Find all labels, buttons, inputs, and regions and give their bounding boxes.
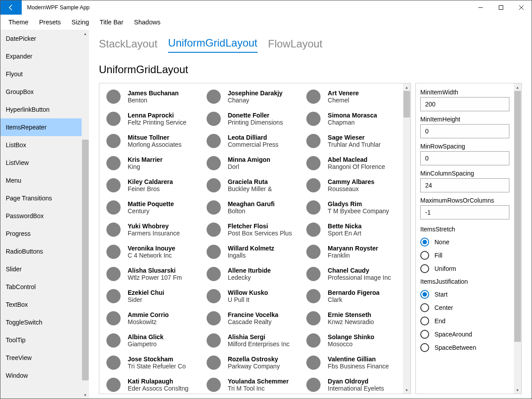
sidebar-item-textbox[interactable]: TextBox xyxy=(0,296,82,313)
sidebar-item-itemsrepeater[interactable]: ItemsRepeater xyxy=(0,118,82,136)
menu-item-title-bar[interactable]: Title Bar xyxy=(94,16,129,28)
person-item[interactable]: Jose StockhamTri State Refueler Co xyxy=(106,355,196,371)
person-item[interactable]: Cammy AlbaresRousseaux xyxy=(306,177,396,193)
sidebar-item-expander[interactable]: Expander xyxy=(0,47,82,65)
scroll-thumb[interactable] xyxy=(82,140,89,380)
scroll-down-icon[interactable]: ▾ xyxy=(82,391,89,399)
person-item[interactable]: Valentine GillianFbs Business Finance xyxy=(306,355,396,371)
sidebar-item-tabcontrol[interactable]: TabControl xyxy=(0,278,82,296)
tab-stacklayout[interactable]: StackLayout xyxy=(99,38,157,53)
sidebar-item-datepicker[interactable]: DatePicker xyxy=(0,30,82,47)
person-item[interactable]: Rozella OstroskyParkway Company xyxy=(207,355,296,371)
person-item[interactable]: Yuki WhobreyFarmers Insurance xyxy=(106,222,196,238)
person-item[interactable]: Allene IturbideLedecky xyxy=(207,266,296,282)
person-item[interactable]: Youlanda SchemmerTri M Tool Inc xyxy=(207,377,296,393)
person-item[interactable]: Ammie CorrioMoskowitz xyxy=(106,310,196,326)
sidebar-item-hyperlinkbutton[interactable]: HyperlinkButton xyxy=(0,101,82,118)
sidebar-item-treeview[interactable]: TreeView xyxy=(0,349,82,367)
person-item[interactable]: Kiley CaldareraFeiner Bros xyxy=(106,177,196,193)
scroll-up-icon[interactable]: ▴ xyxy=(82,30,89,37)
person-item[interactable]: Albina GlickGiampetro xyxy=(106,332,196,348)
person-item[interactable]: Francine VocelkaCascade Realty xyxy=(207,310,296,326)
sidebar-item-page-transitions[interactable]: Page Transitions xyxy=(0,189,82,207)
field-input-minrowspacing[interactable] xyxy=(420,151,509,165)
sidebar-item-toggleswitch[interactable]: ToggleSwitch xyxy=(0,313,82,331)
person-item[interactable]: Leota DilliardCommercial Press xyxy=(207,133,296,149)
radio-itemsjustification-center[interactable]: Center xyxy=(420,301,509,314)
person-item[interactable]: Donette FollerPrinting Dimensions xyxy=(207,111,296,127)
radio-itemsjustification-end[interactable]: End xyxy=(420,314,509,328)
person-item[interactable]: Kris MarrierKing xyxy=(106,155,196,171)
person-item[interactable]: Mattie PoquetteCentury xyxy=(106,200,196,215)
person-item[interactable]: Mitsue TollnerMorlong Associates xyxy=(106,133,196,149)
field-input-minitemwidth[interactable] xyxy=(420,97,509,111)
person-item[interactable]: Graciela RutaBuckley Miller & xyxy=(207,177,296,193)
person-item[interactable]: James BuchananBenton xyxy=(106,89,196,105)
minimize-button[interactable] xyxy=(470,0,491,15)
sidebar-item-tooltip[interactable]: ToolTip xyxy=(0,331,82,349)
sidebar-scrollbar[interactable]: ▴ ▾ xyxy=(82,30,89,399)
person-item[interactable]: Dyan OldroydInternational Eyelets xyxy=(306,377,396,393)
scroll-thumb[interactable] xyxy=(514,91,521,342)
person-item[interactable]: Ezekiel ChuiSider xyxy=(106,288,196,304)
close-button[interactable] xyxy=(511,0,532,15)
radio-itemsstretch-none[interactable]: None xyxy=(420,235,509,249)
field-input-maximumrowsorcolumns[interactable] xyxy=(420,205,509,219)
scroll-up-icon[interactable]: ▴ xyxy=(403,83,411,91)
sidebar-item-progress[interactable]: Progress xyxy=(0,225,82,243)
person-item[interactable]: Alishia SergiMilford Enterprises Inc xyxy=(207,332,296,348)
person-item[interactable]: Bernardo FigeroaClark xyxy=(306,288,396,304)
person-item[interactable]: Art VenereChemel xyxy=(306,89,396,105)
person-item[interactable]: Meaghan GarufiBolton xyxy=(207,200,296,215)
radio-itemsjustification-start[interactable]: Start xyxy=(420,288,509,301)
person-item[interactable]: Bette NickaSport En Art xyxy=(306,222,396,238)
person-item[interactable]: Chanel CaudyProfessional Image Inc xyxy=(306,266,396,282)
person-item[interactable]: Sage WieserTruhlar And Truhlar xyxy=(306,133,396,149)
tab-flowlayout[interactable]: FlowLayout xyxy=(268,38,323,53)
items-scrollbar[interactable]: ▴ ▾ xyxy=(403,83,411,394)
person-item[interactable]: Simona MorascaChapman xyxy=(306,111,396,127)
scroll-track[interactable] xyxy=(403,91,411,386)
maximize-button[interactable] xyxy=(491,0,511,15)
sidebar-item-menu[interactable]: Menu xyxy=(0,172,82,189)
scroll-track[interactable] xyxy=(82,37,89,391)
person-item[interactable]: Gladys RimT M Byxbee Company xyxy=(306,200,396,215)
radio-itemsjustification-spacearound[interactable]: SpaceAround xyxy=(420,328,509,341)
scroll-down-icon[interactable]: ▾ xyxy=(403,386,411,394)
person-item[interactable]: Willow KuskoU Pull It xyxy=(207,288,296,304)
field-input-mincolumnspacing[interactable] xyxy=(420,178,509,192)
radio-itemsstretch-fill[interactable]: Fill xyxy=(420,249,509,262)
sidebar-item-listbox[interactable]: ListBox xyxy=(0,136,82,154)
sidebar-item-window[interactable]: Window xyxy=(0,367,82,384)
properties-scrollbar[interactable]: ▴ ▾ xyxy=(514,83,521,394)
menu-item-presets[interactable]: Presets xyxy=(34,16,66,28)
scroll-track[interactable] xyxy=(514,91,521,386)
person-item[interactable]: Abel MacleadRangoni Of Florence xyxy=(306,155,396,171)
sidebar-item-slider[interactable]: Slider xyxy=(0,260,82,278)
person-item[interactable]: Josephine DarakjyChanay xyxy=(207,89,296,105)
back-button[interactable] xyxy=(0,0,22,15)
sidebar-item-groupbox[interactable]: GroupBox xyxy=(0,83,82,101)
sidebar-item-listview[interactable]: ListView xyxy=(0,154,82,172)
scroll-up-icon[interactable]: ▴ xyxy=(514,83,521,91)
sidebar-item-passwordbox[interactable]: PasswordBox xyxy=(0,207,82,225)
person-item[interactable]: Ernie StensethKnwz Newsradio xyxy=(306,310,396,326)
radio-itemsjustification-spacebetween[interactable]: SpaceBetween xyxy=(420,341,509,354)
scroll-thumb[interactable] xyxy=(403,91,410,117)
items-viewport[interactable]: James BuchananBentonJosephine DarakjyCha… xyxy=(99,83,403,394)
sidebar-item-radiobuttons[interactable]: RadioButtons xyxy=(0,243,82,260)
person-item[interactable]: Maryann RoysterFranklin xyxy=(306,244,396,260)
tab-uniformgridlayout[interactable]: UniformGridLayout xyxy=(168,37,257,53)
person-item[interactable]: Veronika InouyeC 4 Network Inc xyxy=(106,244,196,260)
sidebar-item-flyout[interactable]: Flyout xyxy=(0,65,82,83)
radio-itemsstretch-uniform[interactable]: Uniform xyxy=(420,262,509,275)
scroll-down-icon[interactable]: ▾ xyxy=(514,386,521,394)
field-input-minitemheight[interactable] xyxy=(420,124,509,138)
person-item[interactable]: Minna AmigonDorl xyxy=(207,155,296,171)
menu-item-theme[interactable]: Theme xyxy=(3,16,34,28)
person-item[interactable]: Willard KolmetzIngalls xyxy=(207,244,296,260)
menu-item-sizing[interactable]: Sizing xyxy=(66,16,94,28)
person-item[interactable]: Kati RulapaughEder Assocs Consltng xyxy=(106,377,196,393)
person-item[interactable]: Solange ShinkoMosocco xyxy=(306,332,396,348)
person-item[interactable]: Alisha SlusarskiWtlz Power 107 Fm xyxy=(106,266,196,282)
